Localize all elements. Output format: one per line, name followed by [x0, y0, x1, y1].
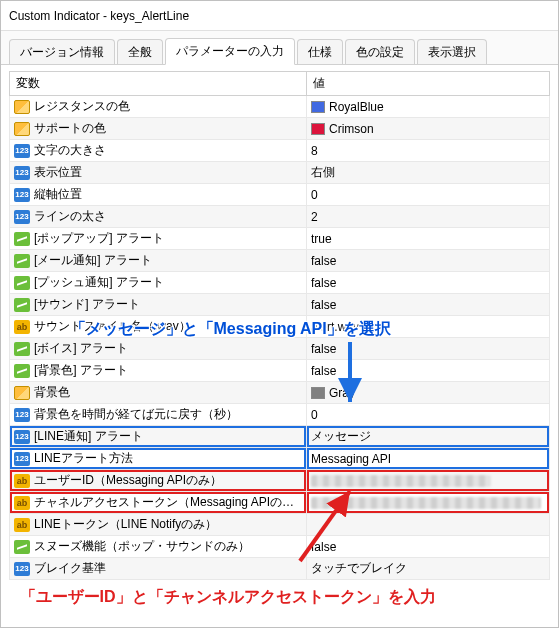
tab-spec[interactable]: 仕様	[297, 39, 343, 65]
param-value: false	[311, 298, 336, 312]
table-row[interactable]: [ポップアップ] アラートtrue	[10, 228, 550, 250]
param-value-cell[interactable]: メッセージ	[307, 426, 550, 448]
param-name: [プッシュ通知] アラート	[34, 275, 164, 289]
param-value-cell[interactable]: true	[307, 228, 550, 250]
param-value-cell[interactable]: false	[307, 272, 550, 294]
tab-display[interactable]: 表示選択	[417, 39, 487, 65]
param-value-cell[interactable]: 右側	[307, 162, 550, 184]
table-row[interactable]: [背景色] アラートfalse	[10, 360, 550, 382]
param-value: true	[311, 232, 332, 246]
bool-type-icon	[14, 540, 30, 554]
number-type-icon: 123	[14, 562, 30, 576]
string-type-icon: ab	[14, 320, 30, 334]
table-row[interactable]: abユーザーID（Messaging APIのみ）	[10, 470, 550, 492]
param-name: レジスタンスの色	[34, 99, 130, 113]
table-row[interactable]: abサウンドファイル名（.wav）alert.wav	[10, 316, 550, 338]
param-name: [サウンド] アラート	[34, 297, 140, 311]
param-value-cell[interactable]: false	[307, 360, 550, 382]
param-value-cell[interactable]: alert.wav	[307, 316, 550, 338]
table-row[interactable]: [プッシュ通知] アラートfalse	[10, 272, 550, 294]
table-row[interactable]: abLINEトークン（LINE Notifyのみ）	[10, 514, 550, 536]
table-row[interactable]: [ボイス] アラートfalse	[10, 338, 550, 360]
parameter-grid[interactable]: 変数 値 レジスタンスの色RoyalBlueサポートの色Crimson123文字…	[9, 71, 550, 580]
color-swatch	[311, 387, 325, 399]
param-value-cell[interactable]: 2	[307, 206, 550, 228]
table-row[interactable]: 123表示位置右側	[10, 162, 550, 184]
tab-version[interactable]: バージョン情報	[9, 39, 115, 65]
param-value-cell[interactable]: 0	[307, 184, 550, 206]
param-value: 0	[311, 188, 318, 202]
param-name: 表示位置	[34, 165, 82, 179]
string-type-icon: ab	[14, 474, 30, 488]
table-row[interactable]: 123背景色を時間が経てば元に戻す（秒）0	[10, 404, 550, 426]
number-type-icon: 123	[14, 210, 30, 224]
param-value-cell[interactable]: RoyalBlue	[307, 96, 550, 118]
param-value: 右側	[311, 165, 335, 179]
table-row[interactable]: [サウンド] アラートfalse	[10, 294, 550, 316]
bool-type-icon	[14, 276, 30, 290]
table-row[interactable]: 背景色Gray	[10, 382, 550, 404]
table-row[interactable]: 123ラインの太さ2	[10, 206, 550, 228]
tab-general[interactable]: 全般	[117, 39, 163, 65]
param-value-cell[interactable]: false	[307, 338, 550, 360]
bool-type-icon	[14, 254, 30, 268]
titlebar: Custom Indicator - keys_AlertLine	[1, 1, 558, 31]
table-row[interactable]: [メール通知] アラートfalse	[10, 250, 550, 272]
param-name: 背景色を時間が経てば元に戻す（秒）	[34, 407, 238, 421]
param-value-cell[interactable]: Crimson	[307, 118, 550, 140]
param-value-cell[interactable]: 8	[307, 140, 550, 162]
param-value: false	[311, 342, 336, 356]
table-row[interactable]: 123LINEアラート方法Messaging API	[10, 448, 550, 470]
param-value: false	[311, 276, 336, 290]
number-type-icon: 123	[14, 188, 30, 202]
param-name: [メール通知] アラート	[34, 253, 152, 267]
table-row[interactable]: abチャネルアクセストークン（Messaging APIのみ）	[10, 492, 550, 514]
table-row[interactable]: スヌーズ機能（ポップ・サウンドのみ）false	[10, 536, 550, 558]
param-value-cell[interactable]: false	[307, 294, 550, 316]
tab-colors[interactable]: 色の設定	[345, 39, 415, 65]
redacted-value	[311, 497, 541, 509]
param-value-cell[interactable]	[307, 492, 550, 514]
number-type-icon: 123	[14, 430, 30, 444]
tab-parameters[interactable]: パラメーターの入力	[165, 38, 295, 65]
color-swatch	[311, 123, 325, 135]
table-row[interactable]: 123縦軸位置0	[10, 184, 550, 206]
color-type-icon	[14, 122, 30, 136]
param-value-cell[interactable]	[307, 514, 550, 536]
tabbar: バージョン情報 全般 パラメーターの入力 仕様 色の設定 表示選択	[1, 31, 558, 64]
col-value[interactable]: 値	[307, 72, 550, 96]
content: 変数 値 レジスタンスの色RoyalBlueサポートの色Crimson123文字…	[1, 64, 558, 627]
color-type-icon	[14, 100, 30, 114]
param-name: ラインの太さ	[34, 209, 106, 223]
window: Custom Indicator - keys_AlertLine バージョン情…	[0, 0, 559, 628]
param-value: false	[311, 254, 336, 268]
window-title: Custom Indicator - keys_AlertLine	[9, 9, 189, 23]
param-value-cell[interactable]: 0	[307, 404, 550, 426]
table-row[interactable]: 123文字の大きさ8	[10, 140, 550, 162]
param-name: ブレイク基準	[34, 561, 106, 575]
col-variable[interactable]: 変数	[10, 72, 307, 96]
param-value: 2	[311, 210, 318, 224]
number-type-icon: 123	[14, 452, 30, 466]
param-name: LINEアラート方法	[34, 451, 133, 465]
param-name: [ボイス] アラート	[34, 341, 128, 355]
bool-type-icon	[14, 364, 30, 378]
param-value-cell[interactable]: false	[307, 536, 550, 558]
number-type-icon: 123	[14, 166, 30, 180]
bool-type-icon	[14, 342, 30, 356]
param-value-cell[interactable]: Gray	[307, 382, 550, 404]
param-name: サウンドファイル名（.wav）	[34, 319, 191, 333]
param-value: Gray	[329, 386, 355, 400]
param-value-cell[interactable]: false	[307, 250, 550, 272]
color-type-icon	[14, 386, 30, 400]
table-row[interactable]: 123[LINE通知] アラートメッセージ	[10, 426, 550, 448]
param-value: false	[311, 540, 336, 554]
table-row[interactable]: サポートの色Crimson	[10, 118, 550, 140]
param-name: 文字の大きさ	[34, 143, 106, 157]
table-row[interactable]: レジスタンスの色RoyalBlue	[10, 96, 550, 118]
table-row[interactable]: 123ブレイク基準タッチでブレイク	[10, 558, 550, 580]
param-value: メッセージ	[311, 429, 371, 443]
param-value-cell[interactable]: タッチでブレイク	[307, 558, 550, 580]
param-value-cell[interactable]	[307, 470, 550, 492]
param-value-cell[interactable]: Messaging API	[307, 448, 550, 470]
